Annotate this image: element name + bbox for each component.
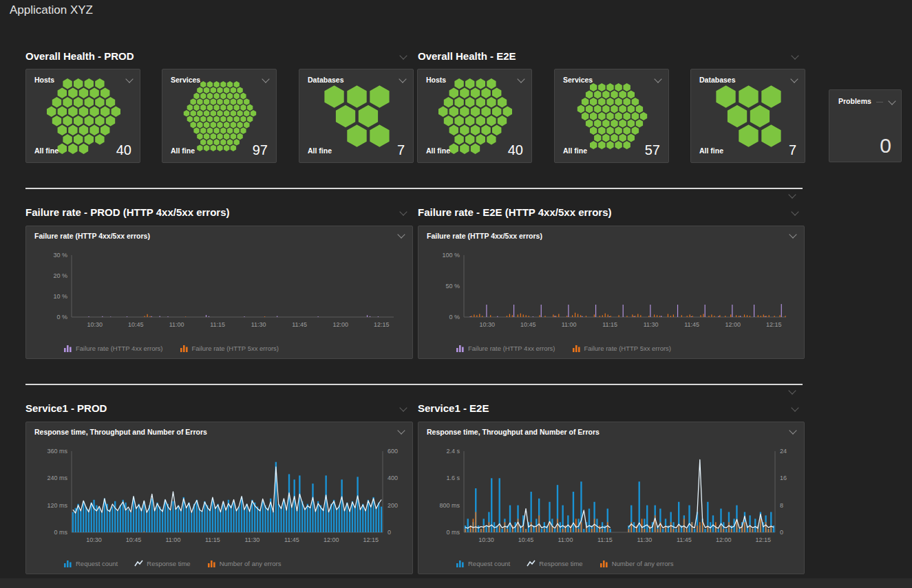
honeycomb-chart: [26, 85, 141, 151]
svg-text:1.6 s: 1.6 s: [446, 475, 460, 481]
tile-label: Hosts: [426, 76, 446, 84]
svg-text:11:15: 11:15: [210, 321, 225, 328]
honeycomb-chart: [418, 85, 533, 151]
tile-count: 40: [116, 142, 131, 158]
chart-tile-service-prod[interactable]: Response time, Throughput and Number of …: [25, 422, 413, 574]
svg-text:0: 0: [388, 529, 391, 536]
svg-text:11:30: 11:30: [244, 536, 259, 543]
svg-text:12:15: 12:15: [363, 536, 379, 543]
svg-text:800 ms: 800 ms: [439, 502, 460, 509]
chevron-down-icon[interactable]: [399, 404, 407, 411]
svg-text:11:45: 11:45: [292, 321, 307, 328]
tile-status: All fine: [34, 146, 59, 155]
svg-text:20 %: 20 %: [53, 272, 67, 279]
tile-count: 40: [508, 142, 523, 158]
legend-label: Request count: [76, 560, 118, 567]
health-tile-hosts-prod[interactable]: Hosts All fine 40: [25, 69, 140, 163]
chevron-down-icon[interactable]: [397, 426, 405, 434]
line-icon: [527, 559, 535, 568]
tile-count: 97: [253, 142, 268, 158]
chart-tile-service-e2e[interactable]: Response time, Throughput and Number of …: [418, 422, 805, 574]
chevron-down-icon[interactable]: [399, 208, 407, 215]
chevron-down-icon[interactable]: [791, 52, 798, 59]
chevron-down-icon[interactable]: [399, 75, 406, 83]
chevron-down-icon[interactable]: [788, 386, 796, 394]
chevron-down-icon[interactable]: [789, 426, 796, 434]
legend-label: Failure rate (HTTP 4xx errors): [468, 345, 555, 352]
chart-title: Failure rate (HTTP 4xx/5xx errors): [427, 232, 542, 240]
tile-label: Hosts: [34, 76, 54, 84]
legend-item[interactable]: Failure rate (HTTP 5xx errors): [180, 344, 279, 353]
legend-item[interactable]: Failure rate (HTTP 5xx errors): [572, 344, 672, 353]
section-title: Failure rate - E2E (HTTP 4xx/5xx errors): [418, 206, 612, 218]
health-tile-services-e2e[interactable]: Services All fine 57: [554, 69, 669, 163]
chevron-down-icon[interactable]: [790, 75, 798, 83]
health-tile-databases-e2e[interactable]: Databases All fine 7: [690, 69, 805, 163]
health-tile-hosts-e2e[interactable]: Hosts All fine 40: [417, 69, 532, 163]
chevron-down-icon[interactable]: [517, 75, 524, 83]
svg-text:200: 200: [388, 502, 398, 509]
svg-text:11:45: 11:45: [684, 321, 699, 328]
chevron-down-icon[interactable]: [654, 75, 661, 83]
svg-text:600: 600: [388, 448, 398, 455]
legend-item[interactable]: Number of any errors: [600, 559, 674, 568]
section-title: Failure rate - PROD (HTTP 4xx/5xx errors…: [25, 206, 230, 218]
svg-text:30 %: 30 %: [53, 252, 67, 259]
legend-label: Number of any errors: [220, 560, 282, 567]
dashboard-title: Application XYZ: [10, 3, 93, 17]
chevron-down-icon[interactable]: [399, 52, 407, 59]
chart-tile-failure-prod[interactable]: Failure rate (HTTP 4xx/5xx errors) 0 %10…: [25, 226, 413, 359]
svg-text:360 ms: 360 ms: [47, 448, 67, 455]
svg-text:11:00: 11:00: [558, 536, 573, 543]
svg-text:240 ms: 240 ms: [47, 475, 67, 481]
chart-legend: Failure rate (HTTP 4xx errors)Failure ra…: [34, 342, 404, 354]
section-header-failure-e2e: Failure rate - E2E (HTTP 4xx/5xx errors): [418, 206, 805, 219]
chevron-down-icon[interactable]: [397, 230, 405, 238]
health-tile-services-prod[interactable]: Services All fine 97: [162, 69, 277, 163]
svg-text:10:45: 10:45: [126, 536, 142, 543]
svg-text:100 %: 100 %: [442, 252, 460, 259]
timeseries-chart: 0 ms120 ms240 ms360 ms020040060010:3010:…: [34, 442, 405, 557]
section-header-service-prod: Service1 - PROD: [25, 402, 413, 415]
tile-status: All fine: [171, 146, 195, 155]
honeycomb-chart: [555, 85, 670, 151]
legend-item[interactable]: Response time: [527, 559, 582, 568]
tile-count: 7: [397, 142, 405, 158]
svg-text:10:45: 10:45: [520, 321, 536, 328]
svg-text:0 ms: 0 ms: [446, 529, 460, 536]
chevron-down-icon[interactable]: [791, 208, 798, 215]
legend-item[interactable]: Response time: [134, 559, 190, 568]
svg-text:10:30: 10:30: [86, 536, 102, 543]
svg-text:10 %: 10 %: [53, 293, 67, 300]
bars-icon: [207, 559, 216, 568]
legend-item[interactable]: Request count: [63, 559, 118, 568]
section-title: Overall Health - E2E: [418, 50, 516, 62]
timeseries-chart: 0 %10 %20 %30 %10:3010:4511:0011:1511:30…: [34, 246, 405, 342]
chart-legend: Request countResponse timeNumber of any …: [427, 557, 796, 569]
section-title: Overall Health - PROD: [25, 50, 134, 62]
svg-text:8: 8: [780, 502, 783, 509]
svg-text:12:00: 12:00: [725, 321, 741, 328]
tile-label: Databases: [308, 76, 344, 84]
bars-icon: [600, 559, 608, 568]
honeycomb-chart: [162, 85, 277, 151]
tile-status: All fine: [426, 146, 450, 155]
chevron-down-icon[interactable]: [888, 97, 895, 105]
legend-item[interactable]: Failure rate (HTTP 4xx errors): [456, 344, 555, 353]
svg-text:11:00: 11:00: [169, 321, 184, 328]
honeycomb-chart: [299, 85, 414, 151]
legend-item[interactable]: Number of any errors: [207, 559, 282, 568]
svg-text:12:00: 12:00: [324, 536, 339, 543]
chevron-down-icon[interactable]: [262, 75, 269, 83]
legend-item[interactable]: Request count: [456, 559, 510, 568]
chart-tile-failure-e2e[interactable]: Failure rate (HTTP 4xx/5xx errors) 0 %50…: [418, 226, 805, 359]
legend-item[interactable]: Failure rate (HTTP 4xx errors): [63, 344, 163, 353]
chevron-down-icon[interactable]: [791, 404, 798, 411]
chevron-down-icon[interactable]: [125, 75, 133, 83]
problems-tile[interactable]: Problems 0: [829, 89, 902, 162]
svg-text:10:30: 10:30: [478, 536, 494, 543]
bars-icon: [63, 344, 72, 353]
chevron-down-icon[interactable]: [788, 190, 796, 198]
health-tile-databases-prod[interactable]: Databases All fine 7: [299, 69, 414, 163]
chevron-down-icon[interactable]: [789, 230, 796, 238]
